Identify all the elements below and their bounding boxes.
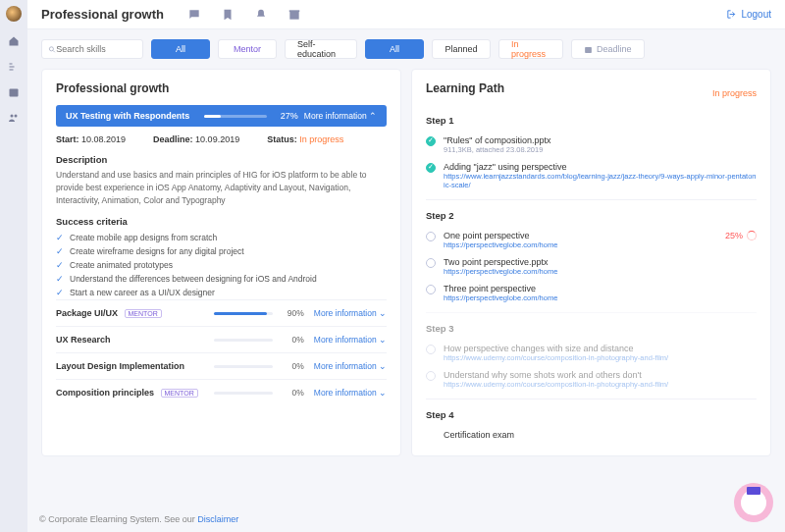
- skill-row[interactable]: UX Research0%More information ⌄: [56, 326, 387, 352]
- chevron-down-icon: ⌄: [379, 361, 387, 371]
- filter-all-status[interactable]: All: [365, 39, 424, 59]
- svg-point-5: [15, 115, 18, 118]
- criteria-item: Create animated prototypes: [56, 258, 387, 272]
- primary-skill-name: UX Testing with Respondents: [66, 111, 189, 121]
- bell-icon[interactable]: [254, 8, 268, 22]
- svg-rect-1: [10, 67, 15, 68]
- filter-mentor[interactable]: Mentor: [218, 39, 277, 59]
- filter-self-education[interactable]: Self-education: [285, 39, 357, 59]
- skill-pct: 0%: [281, 388, 304, 398]
- learning-item[interactable]: "Rules" of composition.pptx911,3KB, atta…: [426, 132, 757, 158]
- more-info-link[interactable]: More information ⌄: [314, 361, 387, 371]
- chat-icon[interactable]: [187, 8, 201, 22]
- svg-rect-3: [10, 89, 19, 97]
- learning-title: One point perspective: [444, 231, 717, 240]
- more-info-link[interactable]: More information ⌄: [314, 335, 387, 345]
- page-title: Professional growth: [41, 7, 164, 22]
- skill-progress-bar: [214, 365, 273, 368]
- learning-sub[interactable]: https://perspectiveglobe.com/home: [444, 240, 717, 249]
- check-done-icon[interactable]: [426, 136, 436, 146]
- learning-sub[interactable]: https://www.learnjazzstandards.com/blog/…: [444, 172, 757, 189]
- learning-sub[interactable]: https://perspectiveglobe.com/home: [444, 293, 757, 302]
- svg-rect-6: [289, 11, 298, 19]
- skill-name: Composition principles MENTOR: [56, 388, 214, 398]
- svg-rect-2: [10, 70, 14, 71]
- chevron-down-icon: ⌄: [379, 335, 387, 345]
- svg-point-4: [11, 115, 14, 118]
- step-3-label: Step 3: [426, 323, 757, 334]
- calendar-small-icon: [584, 45, 593, 54]
- skill-row[interactable]: Layout Design Implementation0%More infor…: [56, 352, 387, 379]
- learning-item[interactable]: Two point perspective.pptxhttps://perspe…: [426, 253, 757, 280]
- learning-title: Understand why some shots work and other…: [444, 370, 757, 380]
- tasks-icon[interactable]: [8, 61, 20, 73]
- disclaimer-link[interactable]: Disclaimer: [197, 514, 238, 524]
- filters-row: All Mentor Self-education All Planned In…: [41, 39, 771, 59]
- filter-planned[interactable]: Planned: [432, 39, 491, 59]
- skill-pct: 0%: [281, 361, 304, 371]
- learning-title: Two point perspective.pptx: [444, 257, 757, 267]
- skill-name: Package UI/UX MENTOR: [56, 308, 214, 318]
- learning-path-card: Learning Path In progress Step 1 "Rules"…: [411, 69, 771, 456]
- more-info-link[interactable]: More information ⌄: [314, 308, 387, 318]
- filter-all-type[interactable]: All: [151, 39, 210, 59]
- filter-deadline[interactable]: Deadline: [571, 39, 645, 59]
- step-4-label: Step 4: [426, 409, 757, 420]
- learning-title: Adding "jazz" using perspective: [444, 162, 757, 172]
- avatar[interactable]: [6, 6, 22, 22]
- learning-item[interactable]: Three point perspectivehttps://perspecti…: [426, 280, 757, 306]
- primary-progress-bar: [204, 115, 267, 118]
- svg-point-8: [49, 46, 53, 50]
- logout-button[interactable]: Logout: [726, 9, 771, 20]
- criteria-item: Create mobile app designs from scratch: [56, 231, 387, 244]
- item-progress: 25%: [725, 231, 757, 240]
- radio-icon[interactable]: [426, 258, 436, 268]
- radio-icon[interactable]: [426, 285, 436, 294]
- learning-sub[interactable]: https://www.udemy.com/course/composition…: [444, 353, 757, 362]
- chevron-down-icon: ⌄: [379, 308, 387, 318]
- learning-path-title: Learning Path: [426, 81, 504, 95]
- learning-item[interactable]: Adding "jazz" using perspectivehttps://w…: [426, 158, 757, 193]
- learning-sub[interactable]: https://perspectiveglobe.com/home: [444, 267, 757, 276]
- skill-row[interactable]: Composition principles MENTOR0%More info…: [56, 379, 387, 405]
- growth-title: Professional growth: [56, 81, 387, 95]
- primary-progress-pct: 27%: [281, 111, 298, 121]
- criteria-item: Create wireframe designs for any digital…: [56, 244, 387, 258]
- learning-item[interactable]: How perspective changes with size and di…: [426, 340, 757, 366]
- filter-in-progress[interactable]: In progress: [498, 39, 563, 59]
- learning-sub[interactable]: https://www.udemy.com/course/composition…: [444, 380, 757, 389]
- criteria-item: Understand the differences between desig…: [56, 272, 387, 286]
- radio-icon[interactable]: [426, 232, 436, 241]
- search-box[interactable]: [41, 39, 143, 59]
- step-1-label: Step 1: [426, 115, 757, 126]
- radio-icon[interactable]: [426, 345, 436, 354]
- learning-title: How perspective changes with size and di…: [444, 344, 757, 353]
- svg-rect-7: [289, 10, 300, 12]
- step-2-label: Step 2: [426, 210, 757, 221]
- check-done-icon[interactable]: [426, 163, 436, 173]
- primary-meta: Start: 10.08.2019 Deadline: 10.09.2019 S…: [56, 134, 387, 144]
- radio-icon[interactable]: [426, 371, 436, 381]
- team-icon[interactable]: [8, 112, 20, 124]
- skill-name: Layout Design Implementation: [56, 361, 214, 371]
- learning-sub: 911,3KB, attached 23.08.2019: [444, 145, 757, 154]
- learning-item[interactable]: One point perspectivehttps://perspective…: [426, 227, 757, 253]
- home-icon[interactable]: [8, 35, 20, 47]
- learning-title: "Rules" of composition.pptx: [444, 135, 757, 145]
- mascot-widget[interactable]: [734, 483, 773, 522]
- more-info-link[interactable]: More information ⌄: [314, 388, 387, 398]
- footer: © Corporate Elearning System. See our Di…: [39, 514, 238, 524]
- learning-title: Three point perspective: [444, 284, 757, 293]
- bookmark-icon[interactable]: [221, 8, 235, 22]
- skill-row[interactable]: Package UI/UX MENTOR90%More information …: [56, 299, 387, 326]
- archive-icon[interactable]: [288, 8, 301, 22]
- search-icon: [48, 45, 56, 54]
- topbar: Professional growth Logout: [27, 0, 785, 29]
- svg-rect-9: [585, 46, 592, 52]
- growth-card: Professional growth UX Testing with Resp…: [41, 69, 401, 456]
- search-input[interactable]: [56, 44, 136, 54]
- calendar-icon[interactable]: [8, 86, 20, 98]
- primary-skill-header[interactable]: UX Testing with Respondents 27% More inf…: [56, 105, 387, 127]
- learning-item[interactable]: Understand why some shots work and other…: [426, 366, 757, 393]
- more-info-toggle[interactable]: More information ⌃: [304, 111, 377, 121]
